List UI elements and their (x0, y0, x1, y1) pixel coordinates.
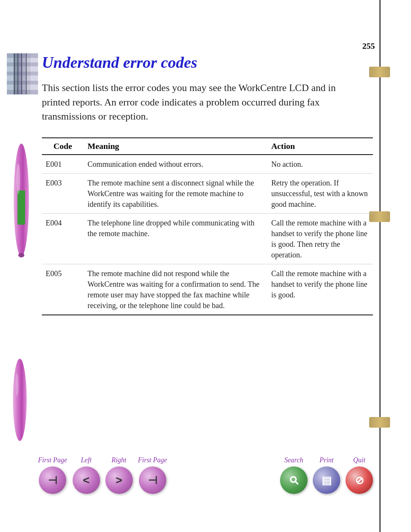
svg-rect-8 (7, 62, 38, 66)
table-row: E003The remote machine sent a disconnect… (42, 174, 373, 214)
svg-point-21 (16, 373, 19, 396)
svg-rect-7 (7, 53, 38, 58)
print-button[interactable]: ▤ (313, 466, 340, 494)
left-button[interactable]: < (73, 466, 100, 494)
error-meaning: Communication ended without errors. (84, 155, 268, 174)
first-page2-label: First Page (138, 456, 167, 464)
error-meaning: The remote machine sent a disconnect sig… (84, 174, 268, 214)
col-header-action: Action (268, 138, 373, 155)
svg-point-18 (18, 253, 24, 257)
page-title: Understand error codes (42, 53, 373, 72)
svg-point-20 (13, 359, 27, 441)
error-meaning: The telephone line dropped while communi… (84, 214, 268, 264)
right-tab-bottom (369, 417, 390, 428)
svg-rect-10 (7, 81, 38, 85)
col-header-meaning: Meaning (84, 138, 268, 155)
svg-rect-14 (21, 53, 22, 94)
error-table: Code Meaning Action E001Communication en… (42, 137, 373, 315)
svg-rect-17 (18, 190, 25, 225)
svg-rect-12 (14, 53, 15, 94)
left-label: Left (81, 456, 91, 464)
svg-point-19 (16, 164, 20, 194)
table-row: E001Communication ended without errors.N… (42, 155, 373, 174)
page-number: 255 (362, 41, 375, 51)
search-label: Search (284, 456, 303, 464)
print-label: Print (319, 456, 333, 464)
first-page-button[interactable]: ⊣ (39, 466, 66, 494)
nav-bar: First Page ⊣ Left < Right > First Page ⊣… (38, 456, 373, 494)
right-label: Right (112, 456, 126, 464)
first-page-label: First Page (38, 456, 67, 464)
error-action: Call the remote machine with a handset t… (268, 264, 373, 315)
intro-text: This section lists the error codes you m… (42, 81, 339, 124)
svg-rect-11 (7, 90, 38, 94)
first-page2-icon: ⊣ (148, 474, 157, 487)
error-code: E003 (42, 174, 84, 214)
search-button[interactable]: ⚲ (280, 466, 307, 494)
table-row: E004The telephone line dropped while com… (42, 214, 373, 264)
table-row: E005The remote machine did not respond w… (42, 264, 373, 315)
first-page2-button[interactable]: ⊣ (139, 466, 166, 494)
main-content: Understand error codes This section list… (42, 53, 373, 315)
deco-mosaic-top (7, 53, 38, 94)
right-icon: > (116, 474, 123, 487)
search-icon: ⚲ (286, 473, 301, 488)
deco-pen-bottom (6, 358, 34, 442)
quit-icon: ⊘ (355, 474, 364, 487)
first-page-icon: ⊣ (48, 474, 57, 487)
right-button[interactable]: > (105, 466, 133, 494)
error-action: No action. (268, 155, 373, 174)
deco-pen-mid (5, 141, 38, 259)
right-vertical-line (379, 0, 381, 532)
error-code: E004 (42, 214, 84, 264)
print-icon: ▤ (322, 474, 331, 487)
svg-rect-13 (18, 53, 18, 94)
left-icon: < (83, 474, 90, 487)
quit-label: Quit (353, 456, 365, 464)
svg-rect-9 (7, 72, 38, 75)
error-code: E005 (42, 264, 84, 315)
error-code: E001 (42, 155, 84, 174)
quit-button[interactable]: ⊘ (346, 466, 373, 494)
error-action: Call the remote machine with a handset t… (268, 214, 373, 264)
svg-rect-15 (26, 53, 27, 94)
error-action: Retry the operation. If unsuccessful, te… (268, 174, 373, 214)
col-header-code: Code (42, 138, 84, 155)
error-meaning: The remote machine did not respond while… (84, 264, 268, 315)
